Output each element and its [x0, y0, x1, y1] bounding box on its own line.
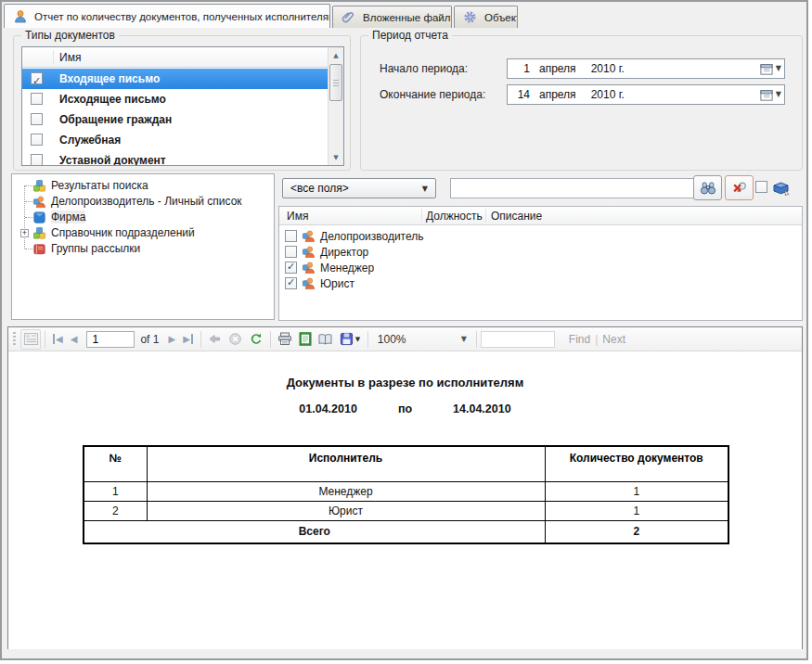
- tab-object[interactable]: Объект: [454, 6, 518, 28]
- doc-types-scrollbar[interactable]: ▲ ▼: [328, 47, 343, 165]
- report-cell: 1: [84, 481, 147, 501]
- tree-connector: [25, 185, 32, 186]
- find-input[interactable]: [481, 331, 555, 348]
- total-value: 2: [545, 520, 728, 543]
- doc-type-checkbox[interactable]: ✓: [31, 72, 43, 84]
- executor-checkbox[interactable]: ✓: [285, 262, 297, 274]
- field-selector-combo[interactable]: <все поля> ▼: [282, 178, 436, 198]
- executor-checkbox[interactable]: [285, 246, 297, 258]
- doc-type-checkbox[interactable]: [31, 113, 43, 125]
- tree-connector: [25, 249, 32, 249]
- document-map-button[interactable]: [20, 329, 41, 350]
- tree-item[interactable]: Делопроизводитель - Личный список: [12, 194, 274, 210]
- export-button[interactable]: ▼: [336, 329, 364, 350]
- chevron-down-icon: ▼: [355, 336, 360, 343]
- search-option-checkbox[interactable]: [755, 181, 767, 193]
- report-form: Отчет по количеству документов, полученн…: [0, 0, 808, 660]
- tab-report[interactable]: Отчет по количеству документов, полученн…: [4, 4, 330, 28]
- report-table-header-row: № Исполнитель Количество документов: [84, 446, 728, 481]
- person-icon: [302, 276, 316, 290]
- executor-checkbox[interactable]: [285, 230, 297, 242]
- scroll-down-icon[interactable]: ▼: [329, 149, 343, 165]
- print-layout-button[interactable]: [295, 329, 316, 350]
- executor-row[interactable]: Делопроизводитель: [279, 228, 802, 244]
- save-export-icon: [340, 332, 354, 346]
- executor-name: Директор: [320, 246, 368, 259]
- previous-page-button[interactable]: ◀: [67, 334, 82, 344]
- executor-checkbox[interactable]: ✓: [285, 277, 297, 289]
- back-button[interactable]: [205, 329, 226, 350]
- doc-types-list-header[interactable]: Имя: [22, 47, 343, 68]
- doc-type-row[interactable]: Уставной документ: [22, 150, 328, 166]
- scroll-up-icon[interactable]: ▲: [329, 47, 343, 63]
- search-button[interactable]: [693, 175, 722, 200]
- report-toolbar: ◀ ◀ of 1 ▶ ▶: [8, 327, 802, 351]
- refresh-icon: [249, 332, 263, 346]
- end-year: 2010 г.: [591, 88, 625, 101]
- clear-search-button[interactable]: [725, 175, 754, 200]
- chevron-down-icon: ▼: [776, 59, 781, 78]
- back-arrow-icon: [208, 332, 222, 346]
- search-input[interactable]: [450, 178, 701, 198]
- scrollbar-thumb[interactable]: [329, 64, 342, 101]
- report-title: Документы в разрезе по исполнителям: [8, 376, 802, 389]
- tab-attachments[interactable]: Вложенные файлы: [332, 6, 452, 28]
- executor-name: Делопроизводитель: [320, 230, 424, 243]
- tree-expander-icon[interactable]: +: [20, 229, 29, 237]
- doc-type-row[interactable]: ✓Входящее письмо: [22, 69, 328, 89]
- page-setup-button[interactable]: [316, 329, 336, 350]
- period-end-picker[interactable]: 14апреля2010 г. ▼: [507, 84, 785, 105]
- last-page-button[interactable]: ▶: [179, 334, 197, 344]
- column-divider: [485, 209, 486, 223]
- tree-item[interactable]: +Справочник подразделений: [12, 225, 274, 241]
- contacts-box-icon[interactable]: [771, 178, 791, 199]
- doc-type-checkbox[interactable]: [31, 134, 43, 146]
- column-divider: [53, 50, 54, 64]
- executor-row[interactable]: Директор: [279, 244, 802, 260]
- executor-row[interactable]: ✓Менеджер: [279, 260, 802, 275]
- report-date-preposition: по: [398, 402, 412, 415]
- doc-type-checkbox[interactable]: [31, 93, 43, 105]
- report-cell: Менеджер: [147, 481, 545, 501]
- separator: [270, 331, 271, 348]
- next-page-button[interactable]: ▶: [164, 334, 179, 344]
- next-link[interactable]: Next: [602, 333, 625, 346]
- report-date-range: 01.04.2010 по 14.04.2010: [8, 402, 802, 415]
- doc-types-group-label: Типы документов: [21, 29, 119, 42]
- separator: [200, 331, 201, 348]
- col-position: Должность: [426, 207, 483, 225]
- executors-list-header[interactable]: Имя Должность Описание: [279, 207, 802, 225]
- executor-row[interactable]: ✓Юрист: [279, 275, 802, 291]
- doc-type-row[interactable]: Обращение граждан: [22, 109, 328, 130]
- tree-item-label: Фирма: [51, 211, 85, 223]
- print-button[interactable]: [275, 329, 295, 350]
- search-results-cubes-icon: [32, 179, 46, 193]
- doc-type-checkbox[interactable]: [31, 154, 43, 166]
- tree-item[interactable]: Фирма: [12, 210, 274, 225]
- stop-button[interactable]: [226, 329, 246, 350]
- tree-item[interactable]: Результаты поиска: [12, 178, 274, 194]
- zoom-combo[interactable]: 100% ▼: [378, 333, 467, 346]
- calendar-dropdown-button[interactable]: ▼: [760, 61, 781, 76]
- first-page-button[interactable]: ◀: [49, 334, 67, 344]
- tree-connector: [25, 201, 32, 202]
- report-total-row: Всего 2: [84, 520, 728, 543]
- doc-type-row[interactable]: Исходящее письмо: [22, 89, 328, 109]
- tree-item[interactable]: Группы рассылки: [12, 241, 274, 257]
- refresh-button[interactable]: [246, 329, 266, 350]
- start-year: 2010 г.: [591, 62, 625, 75]
- toolbar-grip[interactable]: [13, 332, 16, 347]
- end-month: апреля: [539, 88, 576, 101]
- link-divider: |: [595, 333, 598, 346]
- person-icon: [302, 245, 316, 259]
- printer-icon: [277, 332, 292, 346]
- report-table-row: 1Менеджер1: [84, 481, 728, 501]
- period-start-picker[interactable]: 1апреля2010 г. ▼: [507, 58, 785, 79]
- document-map-icon: [24, 333, 38, 345]
- calendar-dropdown-button[interactable]: ▼: [760, 87, 781, 102]
- page-number-input[interactable]: [86, 331, 135, 348]
- col-name: Имя: [287, 207, 308, 225]
- find-link[interactable]: Find: [569, 333, 590, 346]
- doc-type-label: Исходящее письмо: [59, 93, 166, 106]
- doc-type-row[interactable]: Служебная: [22, 130, 328, 150]
